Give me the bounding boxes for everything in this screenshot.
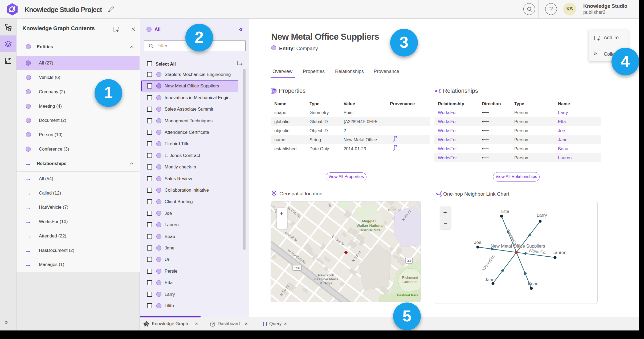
svg-text:& Boys: & Boys <box>320 281 332 285</box>
svg-text:250: 250 <box>294 266 300 270</box>
svg-text:Coliseum: Coliseum <box>402 280 417 284</box>
svg-text:Etta: Etta <box>501 209 510 214</box>
svg-text:Richmond: Richmond <box>402 276 418 280</box>
svg-text:Historic Site: Historic Site <box>360 228 381 232</box>
svg-text:Lauren: Lauren <box>552 250 566 255</box>
svg-text:Beau: Beau <box>528 281 539 286</box>
svg-text:New York: New York <box>318 273 334 277</box>
svg-text:Fashion Mens: Fashion Mens <box>314 277 338 281</box>
svg-text:Walker National: Walker National <box>357 224 384 228</box>
svg-text:WorksFor: WorksFor <box>528 248 547 255</box>
svg-text:WorksFor: WorksFor <box>482 254 496 272</box>
svg-text:Maggie L.: Maggie L. <box>362 219 378 223</box>
svg-text:Larry: Larry <box>537 213 547 218</box>
svg-text:N 3rd St: N 3rd St <box>388 208 401 212</box>
svg-text:33: 33 <box>407 259 411 263</box>
svg-text:Jane: Jane <box>485 277 495 282</box>
svg-text:Festival Park: Festival Park <box>397 293 419 297</box>
svg-text:Joe: Joe <box>474 240 481 245</box>
